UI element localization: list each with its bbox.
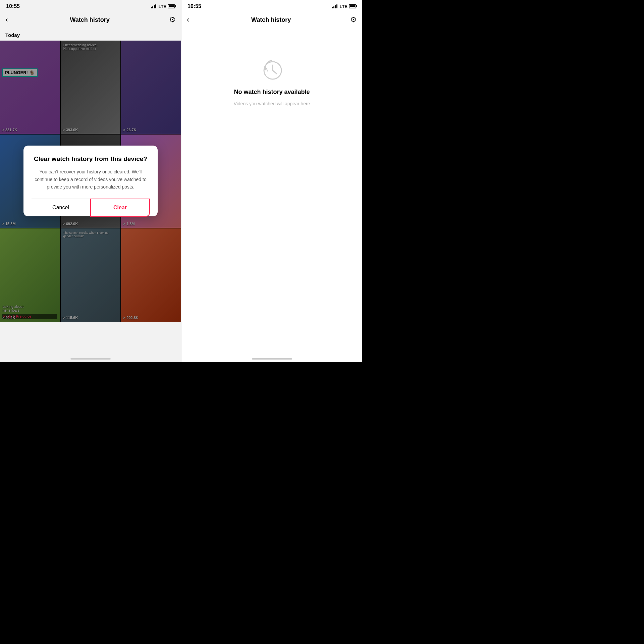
left-nav-bar: ‹ Watch history ⚙ <box>0 11 181 30</box>
signal-bars-icon <box>151 4 157 8</box>
left-phone: 10:55 LTE ‹ Watch history ⚙ Today PLU <box>0 0 181 362</box>
history-icon-wrap <box>259 56 285 83</box>
empty-subtitle: Videos you watched will appear here <box>234 101 310 106</box>
right-status-bar: 10:55 LTE <box>181 0 362 11</box>
right-time: 10:55 <box>187 3 201 9</box>
svg-line-2 <box>273 70 277 74</box>
right-signal-bars-icon <box>332 4 338 8</box>
cancel-button[interactable]: Cancel <box>32 199 90 216</box>
right-lte-label: LTE <box>339 4 347 9</box>
empty-title: No watch history available <box>234 89 310 96</box>
right-battery-icon <box>349 4 356 8</box>
right-home-indicator <box>252 358 292 360</box>
clear-history-modal: Clear watch history from this device? Yo… <box>23 146 158 216</box>
right-phone: 10:55 LTE ‹ Watch history ⚙ <box>181 0 362 362</box>
history-clock-icon <box>260 58 284 82</box>
modal-overlay: Clear watch history from this device? Yo… <box>0 41 181 322</box>
empty-state-container: No watch history available Videos you wa… <box>181 30 362 133</box>
right-page-title: Watch history <box>251 16 291 23</box>
section-today: Today <box>0 30 181 41</box>
modal-body: You can't recover your history once clea… <box>32 168 150 191</box>
battery-icon <box>168 4 175 8</box>
modal-title: Clear watch history from this device? <box>32 155 150 163</box>
left-status-icons: LTE <box>151 4 175 9</box>
right-status-icons: LTE <box>332 4 356 9</box>
right-nav-bar: ‹ Watch history ⚙ <box>181 11 362 30</box>
left-time: 10:55 <box>6 3 20 9</box>
right-settings-icon[interactable]: ⚙ <box>350 15 357 24</box>
lte-label: LTE <box>158 4 166 9</box>
modal-actions: Cancel Clear <box>32 199 150 216</box>
clear-button[interactable]: Clear <box>90 199 150 217</box>
left-page-title: Watch history <box>70 16 109 23</box>
right-back-button[interactable]: ‹ <box>187 14 192 25</box>
left-settings-icon[interactable]: ⚙ <box>169 15 176 24</box>
left-status-bar: 10:55 LTE <box>0 0 181 11</box>
left-home-indicator <box>70 358 111 360</box>
left-back-button[interactable]: ‹ <box>5 14 10 25</box>
video-grid-container: PLUNGER! 🐐 ▷ 331.7K I need wedding advic… <box>0 41 181 322</box>
